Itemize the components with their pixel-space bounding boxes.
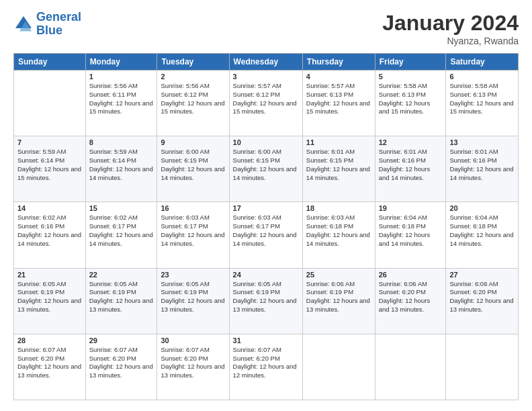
day-info: Sunrise: 5:57 AMSunset: 6:13 PMDaylight:… — [306, 82, 371, 116]
day-info: Sunrise: 5:59 AMSunset: 6:14 PMDaylight:… — [17, 148, 82, 182]
day-info: Sunrise: 6:02 AMSunset: 6:16 PMDaylight:… — [17, 214, 82, 248]
col-sunday: Sunday — [14, 54, 86, 71]
day-number: 24 — [233, 271, 299, 279]
col-thursday: Thursday — [302, 54, 375, 71]
calendar-cell: 10Sunrise: 6:00 AMSunset: 6:15 PMDayligh… — [229, 136, 302, 202]
day-info: Sunrise: 5:58 AMSunset: 6:13 PMDaylight:… — [449, 82, 515, 116]
day-info: Sunrise: 6:03 AMSunset: 6:18 PMDaylight:… — [306, 214, 371, 248]
day-number: 4 — [306, 73, 371, 81]
day-number: 16 — [161, 204, 225, 212]
calendar-cell: 16Sunrise: 6:03 AMSunset: 6:17 PMDayligh… — [157, 202, 229, 268]
calendar-table: Sunday Monday Tuesday Wednesday Thursday… — [13, 53, 519, 400]
calendar-cell: 6Sunrise: 5:58 AMSunset: 6:13 PMDaylight… — [446, 71, 519, 136]
day-number: 27 — [449, 271, 515, 279]
day-number: 20 — [449, 204, 515, 212]
calendar-cell: 12Sunrise: 6:01 AMSunset: 6:16 PMDayligh… — [375, 136, 446, 202]
calendar-cell: 5Sunrise: 5:58 AMSunset: 6:13 PMDaylight… — [375, 71, 446, 136]
calendar-cell: 3Sunrise: 5:57 AMSunset: 6:12 PMDaylight… — [229, 71, 302, 136]
day-number: 28 — [17, 336, 82, 345]
day-number: 6 — [449, 73, 515, 81]
calendar-cell: 18Sunrise: 6:03 AMSunset: 6:18 PMDayligh… — [302, 202, 375, 268]
calendar-cell: 17Sunrise: 6:03 AMSunset: 6:17 PMDayligh… — [229, 202, 302, 268]
day-number: 29 — [89, 336, 154, 345]
day-number: 26 — [379, 271, 443, 279]
day-number: 23 — [161, 271, 225, 279]
col-saturday: Saturday — [446, 54, 519, 71]
calendar-week-row: 7Sunrise: 5:59 AMSunset: 6:14 PMDaylight… — [14, 136, 519, 202]
day-number: 7 — [17, 138, 82, 146]
calendar-cell: 11Sunrise: 6:01 AMSunset: 6:15 PMDayligh… — [302, 136, 375, 202]
day-info: Sunrise: 6:06 AMSunset: 6:20 PMDaylight:… — [379, 280, 443, 314]
day-number: 9 — [161, 138, 225, 146]
calendar-header-row: Sunday Monday Tuesday Wednesday Thursday… — [14, 54, 519, 71]
calendar-cell: 7Sunrise: 5:59 AMSunset: 6:14 PMDaylight… — [14, 136, 86, 202]
col-monday: Monday — [85, 54, 157, 71]
calendar-cell: 24Sunrise: 6:05 AMSunset: 6:19 PMDayligh… — [229, 268, 302, 334]
calendar-cell: 19Sunrise: 6:04 AMSunset: 6:18 PMDayligh… — [375, 202, 446, 268]
col-tuesday: Tuesday — [157, 54, 229, 71]
day-number: 21 — [17, 271, 82, 279]
col-wednesday: Wednesday — [229, 54, 302, 71]
day-info: Sunrise: 6:07 AMSunset: 6:20 PMDaylight:… — [233, 346, 299, 380]
calendar-cell: 21Sunrise: 6:05 AMSunset: 6:19 PMDayligh… — [14, 268, 86, 334]
calendar-cell — [446, 334, 519, 400]
day-number: 5 — [379, 73, 443, 81]
calendar-cell: 26Sunrise: 6:06 AMSunset: 6:20 PMDayligh… — [375, 268, 446, 334]
day-info: Sunrise: 6:06 AMSunset: 6:20 PMDaylight:… — [449, 280, 515, 314]
day-number: 13 — [449, 138, 515, 146]
day-number: 18 — [306, 204, 371, 212]
calendar-cell — [14, 71, 86, 136]
calendar-cell: 1Sunrise: 5:56 AMSunset: 6:11 PMDaylight… — [85, 71, 157, 136]
calendar-cell: 8Sunrise: 5:59 AMSunset: 6:14 PMDaylight… — [85, 136, 157, 202]
calendar-week-row: 14Sunrise: 6:02 AMSunset: 6:16 PMDayligh… — [14, 202, 519, 268]
calendar-week-row: 21Sunrise: 6:05 AMSunset: 6:19 PMDayligh… — [14, 268, 519, 334]
logo-icon — [13, 14, 34, 34]
calendar-cell: 25Sunrise: 6:06 AMSunset: 6:19 PMDayligh… — [302, 268, 375, 334]
calendar-cell: 15Sunrise: 6:02 AMSunset: 6:17 PMDayligh… — [85, 202, 157, 268]
calendar-cell: 4Sunrise: 5:57 AMSunset: 6:13 PMDaylight… — [302, 71, 375, 136]
day-info: Sunrise: 6:02 AMSunset: 6:17 PMDaylight:… — [89, 214, 154, 248]
day-number: 19 — [379, 204, 443, 212]
calendar-cell: 27Sunrise: 6:06 AMSunset: 6:20 PMDayligh… — [446, 268, 519, 334]
day-number: 11 — [306, 138, 371, 146]
calendar-cell: 14Sunrise: 6:02 AMSunset: 6:16 PMDayligh… — [14, 202, 86, 268]
day-info: Sunrise: 6:07 AMSunset: 6:20 PMDaylight:… — [89, 346, 154, 380]
day-number: 2 — [161, 73, 225, 81]
day-info: Sunrise: 6:05 AMSunset: 6:19 PMDaylight:… — [161, 280, 225, 314]
calendar-cell: 2Sunrise: 5:56 AMSunset: 6:12 PMDaylight… — [157, 71, 229, 136]
calendar-week-row: 28Sunrise: 6:07 AMSunset: 6:20 PMDayligh… — [14, 334, 519, 400]
day-number: 8 — [89, 138, 154, 146]
calendar-cell: 22Sunrise: 6:05 AMSunset: 6:19 PMDayligh… — [85, 268, 157, 334]
header: General Blue January 2024 Nyanza, Rwanda — [13, 11, 519, 46]
day-number: 3 — [233, 73, 299, 81]
day-info: Sunrise: 6:06 AMSunset: 6:19 PMDaylight:… — [306, 280, 371, 314]
day-number: 30 — [161, 336, 225, 345]
day-number: 12 — [379, 138, 443, 146]
day-info: Sunrise: 6:01 AMSunset: 6:15 PMDaylight:… — [306, 148, 371, 182]
day-number: 17 — [233, 204, 299, 212]
calendar-week-row: 1Sunrise: 5:56 AMSunset: 6:11 PMDaylight… — [14, 71, 519, 136]
day-number: 25 — [306, 271, 371, 279]
day-info: Sunrise: 6:04 AMSunset: 6:18 PMDaylight:… — [379, 214, 443, 248]
day-number: 10 — [233, 138, 299, 146]
calendar-cell: 30Sunrise: 6:07 AMSunset: 6:20 PMDayligh… — [157, 334, 229, 400]
day-number: 22 — [89, 271, 154, 279]
day-info: Sunrise: 6:01 AMSunset: 6:16 PMDaylight:… — [449, 148, 515, 182]
day-info: Sunrise: 6:05 AMSunset: 6:19 PMDaylight:… — [89, 280, 154, 314]
calendar-cell: 29Sunrise: 6:07 AMSunset: 6:20 PMDayligh… — [85, 334, 157, 400]
day-info: Sunrise: 6:04 AMSunset: 6:18 PMDaylight:… — [449, 214, 515, 248]
calendar-cell — [302, 334, 375, 400]
calendar-cell — [375, 334, 446, 400]
day-info: Sunrise: 6:00 AMSunset: 6:15 PMDaylight:… — [233, 148, 299, 182]
day-info: Sunrise: 5:56 AMSunset: 6:12 PMDaylight:… — [161, 82, 225, 116]
day-info: Sunrise: 5:57 AMSunset: 6:12 PMDaylight:… — [233, 82, 299, 116]
day-info: Sunrise: 5:59 AMSunset: 6:14 PMDaylight:… — [89, 148, 154, 182]
day-info: Sunrise: 6:03 AMSunset: 6:17 PMDaylight:… — [161, 214, 225, 248]
day-number: 15 — [89, 204, 154, 212]
day-info: Sunrise: 6:01 AMSunset: 6:16 PMDaylight:… — [379, 148, 443, 182]
calendar-cell: 9Sunrise: 6:00 AMSunset: 6:15 PMDaylight… — [157, 136, 229, 202]
day-info: Sunrise: 6:03 AMSunset: 6:17 PMDaylight:… — [233, 214, 299, 248]
calendar-cell: 20Sunrise: 6:04 AMSunset: 6:18 PMDayligh… — [446, 202, 519, 268]
calendar-cell: 13Sunrise: 6:01 AMSunset: 6:16 PMDayligh… — [446, 136, 519, 202]
page: General Blue January 2024 Nyanza, Rwanda… — [0, 0, 532, 411]
